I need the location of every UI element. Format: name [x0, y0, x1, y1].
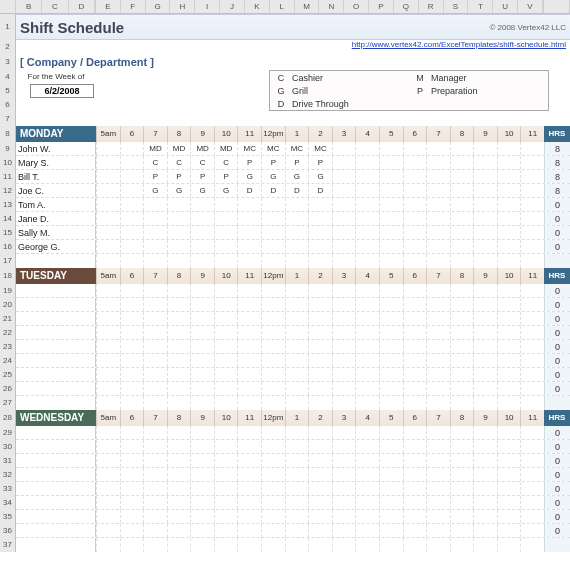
- col-header-C[interactable]: C: [42, 0, 68, 13]
- shift-cell[interactable]: [473, 454, 497, 467]
- shift-cell[interactable]: [143, 340, 167, 353]
- shift-cell[interactable]: [473, 284, 497, 297]
- shift-cell[interactable]: [190, 382, 214, 395]
- empty-cell[interactable]: [143, 254, 167, 268]
- shift-cell[interactable]: [214, 326, 238, 339]
- shift-cell[interactable]: C: [167, 156, 191, 169]
- shift-cell[interactable]: [403, 312, 427, 325]
- shift-cell[interactable]: [308, 354, 332, 367]
- shift-cell[interactable]: [167, 212, 191, 225]
- employee-name-cell[interactable]: [16, 326, 96, 339]
- shift-cell[interactable]: [237, 382, 261, 395]
- shift-cell[interactable]: [190, 496, 214, 509]
- empty-cell[interactable]: [120, 538, 144, 552]
- shift-cell[interactable]: [332, 142, 356, 155]
- shift-cell[interactable]: [285, 212, 309, 225]
- empty-cell[interactable]: [285, 396, 309, 410]
- row-header-19[interactable]: 19: [0, 284, 16, 298]
- row-header-27[interactable]: 27: [0, 396, 16, 410]
- shift-cell[interactable]: [450, 312, 474, 325]
- employee-name-cell[interactable]: [16, 524, 96, 537]
- row-header-24[interactable]: 24: [0, 354, 16, 368]
- shift-cell[interactable]: [520, 468, 544, 481]
- col-header-M[interactable]: M: [295, 0, 320, 13]
- shift-cell[interactable]: [190, 368, 214, 381]
- shift-cell[interactable]: [497, 142, 521, 155]
- shift-cell[interactable]: [520, 298, 544, 311]
- shift-cell[interactable]: [308, 326, 332, 339]
- shift-cell[interactable]: [332, 312, 356, 325]
- shift-cell[interactable]: [237, 226, 261, 239]
- col-header-O[interactable]: O: [344, 0, 369, 13]
- shift-cell[interactable]: [426, 298, 450, 311]
- shift-cell[interactable]: [190, 426, 214, 439]
- shift-cell[interactable]: [143, 212, 167, 225]
- shift-cell[interactable]: [214, 226, 238, 239]
- shift-cell[interactable]: [261, 240, 285, 253]
- empty-cell[interactable]: [190, 254, 214, 268]
- shift-cell[interactable]: [355, 298, 379, 311]
- shift-cell[interactable]: [497, 170, 521, 183]
- shift-cell[interactable]: [214, 468, 238, 481]
- shift-cell[interactable]: [379, 354, 403, 367]
- shift-cell[interactable]: [261, 326, 285, 339]
- shift-cell[interactable]: [96, 426, 120, 439]
- shift-cell[interactable]: [96, 298, 120, 311]
- shift-cell[interactable]: [426, 482, 450, 495]
- shift-cell[interactable]: [403, 368, 427, 381]
- col-header-S[interactable]: S: [444, 0, 469, 13]
- shift-cell[interactable]: MD: [167, 142, 191, 155]
- shift-cell[interactable]: [473, 468, 497, 481]
- shift-cell[interactable]: [355, 156, 379, 169]
- shift-cell[interactable]: [426, 156, 450, 169]
- shift-cell[interactable]: [379, 170, 403, 183]
- shift-cell[interactable]: [355, 468, 379, 481]
- shift-cell[interactable]: [355, 368, 379, 381]
- row-header-13[interactable]: 13: [0, 198, 16, 212]
- empty-cell[interactable]: [473, 538, 497, 552]
- shift-cell[interactable]: [497, 354, 521, 367]
- shift-cell[interactable]: [379, 326, 403, 339]
- row-header-16[interactable]: 16: [0, 240, 16, 254]
- shift-cell[interactable]: [120, 440, 144, 453]
- shift-cell[interactable]: [355, 198, 379, 211]
- empty-cell[interactable]: [16, 254, 96, 268]
- shift-cell[interactable]: [143, 454, 167, 467]
- shift-cell[interactable]: [143, 426, 167, 439]
- shift-cell[interactable]: [237, 524, 261, 537]
- shift-cell[interactable]: [214, 440, 238, 453]
- shift-cell[interactable]: [520, 426, 544, 439]
- shift-cell[interactable]: [473, 326, 497, 339]
- shift-cell[interactable]: [237, 354, 261, 367]
- shift-cell[interactable]: [308, 468, 332, 481]
- shift-cell[interactable]: [403, 156, 427, 169]
- empty-cell[interactable]: [16, 396, 96, 410]
- employee-name-cell[interactable]: [16, 496, 96, 509]
- shift-cell[interactable]: [96, 240, 120, 253]
- shift-cell[interactable]: [167, 198, 191, 211]
- shift-cell[interactable]: D: [237, 184, 261, 197]
- empty-cell[interactable]: [379, 254, 403, 268]
- shift-cell[interactable]: [120, 298, 144, 311]
- shift-cell[interactable]: [96, 382, 120, 395]
- empty-cell[interactable]: [426, 254, 450, 268]
- empty-cell[interactable]: [520, 254, 544, 268]
- shift-cell[interactable]: [308, 240, 332, 253]
- shift-cell[interactable]: [237, 368, 261, 381]
- col-header-F[interactable]: F: [121, 0, 146, 13]
- shift-cell[interactable]: [96, 454, 120, 467]
- empty-cell[interactable]: [473, 254, 497, 268]
- shift-cell[interactable]: [143, 354, 167, 367]
- shift-cell[interactable]: [403, 468, 427, 481]
- shift-cell[interactable]: [120, 426, 144, 439]
- empty-cell[interactable]: [355, 396, 379, 410]
- shift-cell[interactable]: [237, 212, 261, 225]
- shift-cell[interactable]: [308, 510, 332, 523]
- shift-cell[interactable]: [520, 198, 544, 211]
- shift-cell[interactable]: [355, 482, 379, 495]
- row-header-4[interactable]: 4: [0, 70, 16, 84]
- shift-cell[interactable]: [379, 454, 403, 467]
- row-header-35[interactable]: 35: [0, 510, 16, 524]
- shift-cell[interactable]: [120, 226, 144, 239]
- shift-cell[interactable]: [520, 524, 544, 537]
